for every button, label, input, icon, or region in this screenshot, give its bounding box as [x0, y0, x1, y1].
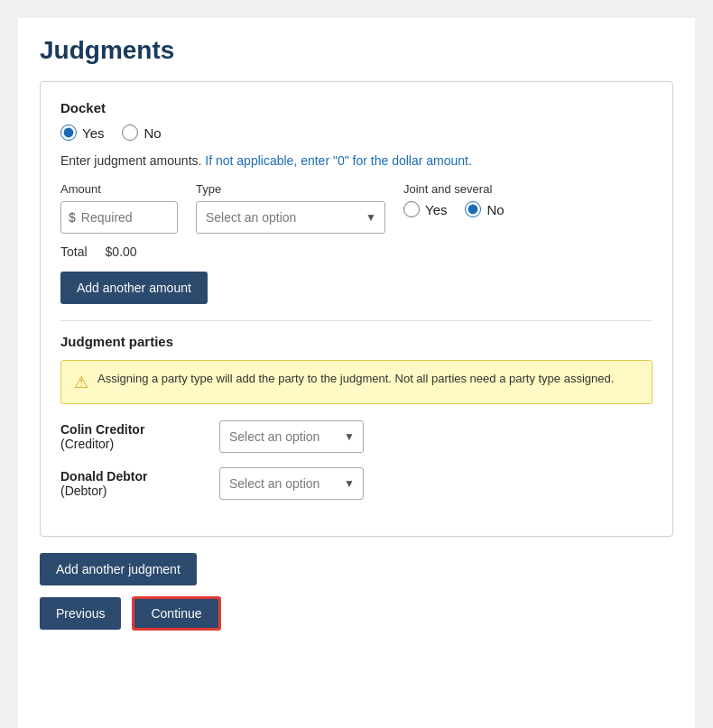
joint-radio-group: Yes No — [403, 201, 505, 217]
warning-text: Assigning a party type will add the part… — [97, 372, 614, 385]
party-name-1: Donald Debtor (Debtor) — [60, 469, 205, 498]
amount-input[interactable] — [81, 210, 153, 225]
docket-no-label[interactable]: No — [122, 124, 161, 141]
warning-box: ⚠ Assigning a party type will add the pa… — [60, 360, 653, 404]
judgment-card: Docket Yes No Enter judgment amounts. If… — [40, 81, 673, 537]
info-text: Enter judgment amounts. If not applicabl… — [60, 153, 653, 168]
docket-no-radio[interactable] — [122, 124, 138, 141]
add-another-judgment-button[interactable]: Add another judgment — [40, 553, 197, 585]
nav-actions: Previous Continue — [40, 596, 673, 631]
joint-yes-label[interactable]: Yes — [403, 201, 447, 217]
continue-button[interactable]: Continue — [132, 596, 220, 631]
party-row-1: Donald Debtor (Debtor) Select an option … — [60, 467, 653, 500]
type-select-wrapper: Select an option ▼ — [196, 201, 385, 234]
joint-no-radio[interactable] — [465, 201, 481, 217]
joint-several-group: Joint and several Yes No — [403, 182, 505, 217]
docket-yes-text: Yes — [82, 125, 104, 141]
party-row-0: Colin Creditor (Creditor) Select an opti… — [60, 420, 653, 453]
joint-yes-radio[interactable] — [403, 201, 420, 217]
type-field-group: Type Select an option ▼ — [196, 182, 385, 234]
judgment-parties-label: Judgment parties — [60, 334, 653, 349]
warning-icon: ⚠ — [74, 373, 88, 392]
amount-input-wrapper[interactable]: $ — [60, 201, 178, 234]
total-row: Total $0.00 — [60, 244, 653, 259]
amount-label: Amount — [60, 182, 178, 196]
party-select-1[interactable]: Select an option — [219, 467, 364, 500]
party-select-0[interactable]: Select an option — [219, 420, 364, 453]
amount-field-group: Amount $ — [60, 182, 178, 234]
party-select-wrapper-0: Select an option ▼ — [219, 420, 364, 453]
docket-label: Docket — [60, 100, 653, 115]
bottom-actions: Add another judgment Previous Continue — [40, 553, 673, 631]
type-select[interactable]: Select an option — [196, 201, 385, 234]
total-value: $0.00 — [106, 244, 137, 259]
info-plain: Enter judgment amounts. — [60, 153, 201, 168]
add-amount-button[interactable]: Add another amount — [60, 272, 208, 304]
dollar-sign: $ — [69, 210, 76, 225]
party-select-wrapper-1: Select an option ▼ — [219, 467, 364, 500]
fields-row: Amount $ Type Select an option ▼ Joint — [60, 182, 653, 234]
docket-yes-radio[interactable] — [60, 124, 77, 141]
joint-several-label: Joint and several — [403, 182, 505, 196]
docket-no-text: No — [144, 125, 161, 141]
total-label: Total — [60, 244, 88, 259]
joint-no-label[interactable]: No — [465, 201, 504, 217]
page-container: Judgments Docket Yes No Enter judgment a… — [18, 18, 695, 728]
info-highlighted: If not applicable, enter "0" for the dol… — [205, 153, 472, 168]
joint-no-text: No — [486, 202, 504, 217]
party-name-0: Colin Creditor (Creditor) — [60, 422, 205, 451]
type-label: Type — [196, 182, 385, 196]
docket-yes-label[interactable]: Yes — [60, 124, 104, 141]
page-title: Judgments — [40, 36, 673, 65]
joint-yes-text: Yes — [425, 202, 447, 217]
previous-button[interactable]: Previous — [40, 597, 121, 630]
docket-radio-group: Yes No — [60, 124, 653, 141]
divider — [60, 320, 653, 321]
